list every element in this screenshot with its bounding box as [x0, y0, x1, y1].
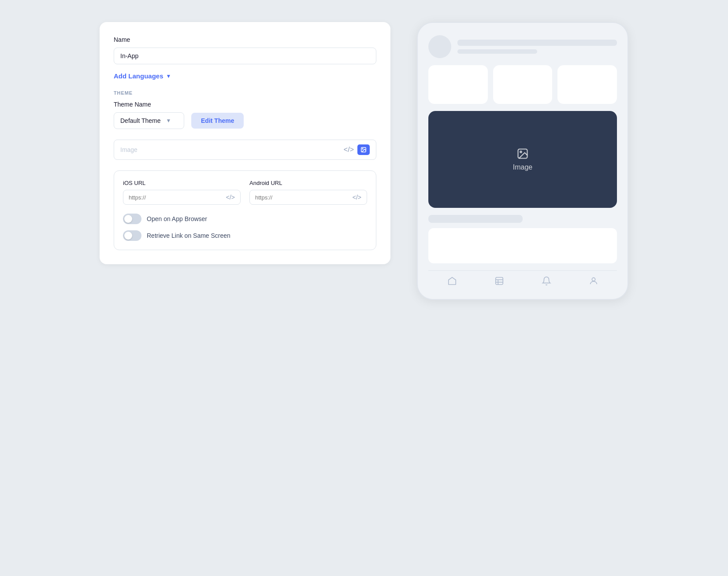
url-row: iOS URL </> Android URL </> — [123, 180, 367, 205]
android-url-field: Android URL </> — [249, 180, 367, 205]
edit-theme-button[interactable]: Edit Theme — [191, 113, 244, 129]
android-code-icon: </> — [353, 194, 361, 201]
phone-avatar — [428, 35, 451, 58]
android-url-input-wrap: </> — [249, 190, 367, 205]
name-label: Name — [114, 36, 376, 43]
chevron-down-icon: ▼ — [166, 73, 171, 79]
retrieve-link-label: Retrieve Link on Same Screen — [147, 232, 230, 239]
retrieve-link-row: Retrieve Link on Same Screen — [123, 230, 367, 241]
image-placeholder: Image — [120, 146, 344, 153]
phone-image-label: Image — [513, 163, 532, 171]
image-upload-button[interactable] — [357, 144, 370, 155]
phone-card-2 — [493, 65, 553, 104]
home-icon[interactable] — [447, 276, 457, 288]
svg-rect-4 — [495, 277, 503, 285]
theme-select[interactable]: Default Theme ▼ — [114, 112, 184, 129]
phone-header-line-short — [457, 49, 537, 54]
list-icon[interactable] — [494, 276, 504, 288]
ios-url-input-wrap: </> — [123, 190, 241, 205]
phone-card-row — [428, 65, 617, 104]
right-panel: Image — [417, 22, 628, 300]
ios-url-input[interactable] — [129, 194, 226, 201]
add-languages-label: Add Languages — [114, 72, 163, 80]
user-icon[interactable] — [589, 276, 598, 288]
open-app-browser-row: Open on App Browser — [123, 214, 367, 224]
svg-point-1 — [362, 148, 363, 149]
url-section: iOS URL </> Android URL </> Open on App … — [114, 170, 376, 250]
phone-mockup: Image — [417, 22, 628, 300]
phone-content-box — [428, 228, 617, 263]
theme-row: Default Theme ▼ Edit Theme — [114, 112, 376, 129]
theme-name-label: Theme Name — [114, 101, 376, 108]
phone-tag-bar — [428, 215, 523, 223]
phone-nav-bar — [428, 270, 617, 290]
retrieve-link-toggle[interactable] — [123, 230, 141, 241]
bell-icon[interactable] — [542, 276, 551, 288]
name-input[interactable] — [114, 48, 376, 64]
ios-url-field: iOS URL </> — [123, 180, 241, 205]
android-url-label: Android URL — [249, 180, 367, 186]
svg-point-8 — [592, 278, 595, 281]
add-languages-button[interactable]: Add Languages ▼ — [114, 72, 171, 80]
image-input-row: Image </> — [114, 140, 376, 160]
android-url-input[interactable] — [255, 194, 353, 201]
chevron-down-icon: ▼ — [166, 118, 171, 124]
image-icon-group: </> — [344, 144, 370, 155]
ios-url-label: iOS URL — [123, 180, 241, 186]
open-app-browser-toggle[interactable] — [123, 214, 141, 224]
code-icon[interactable]: </> — [344, 146, 354, 154]
left-panel: Name Add Languages ▼ THEME Theme Name De… — [100, 22, 390, 264]
theme-section-label: THEME — [114, 90, 376, 96]
phone-header-row — [428, 35, 617, 58]
svg-point-3 — [520, 151, 522, 153]
theme-select-value: Default Theme — [120, 117, 161, 124]
phone-card-3 — [557, 65, 617, 104]
open-app-browser-label: Open on App Browser — [147, 215, 207, 222]
phone-header-line-long — [457, 40, 617, 46]
phone-card-1 — [428, 65, 488, 104]
phone-image-icon — [516, 148, 530, 160]
phone-image-block: Image — [428, 111, 617, 208]
ios-code-icon: </> — [226, 194, 235, 201]
phone-header-lines — [457, 40, 617, 54]
